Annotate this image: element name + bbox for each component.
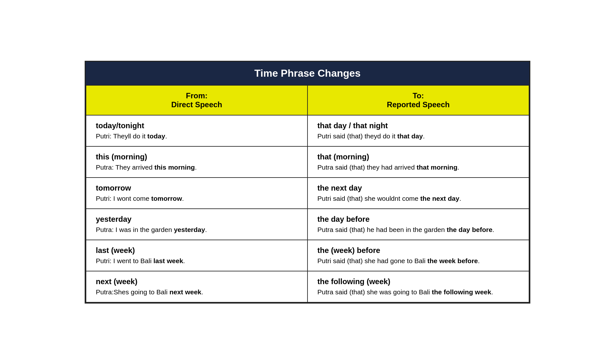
row-1-reported: that (morning) Putra said (that) they ha… xyxy=(308,146,529,178)
row-5-direct-heading: next (week) xyxy=(96,277,298,286)
row-0-reported-example: Putri said (that) theyd do it that day. xyxy=(317,132,425,140)
row-0-direct-heading: today/tonight xyxy=(96,121,298,130)
row-1-direct-heading: this (morning) xyxy=(96,152,298,161)
row-5-direct-example: Putra:Shes going to Bali next week. xyxy=(96,288,203,296)
row-4-direct-example: Putri: I went to Bali last week. xyxy=(96,257,185,264)
row-3-reported: the day before Putra said (that) he had … xyxy=(308,209,529,240)
col-header-reported: To: Reported Speech xyxy=(308,85,529,115)
row-4-reported: the (week) before Putri said (that) she … xyxy=(308,240,529,271)
row-1-reported-example: Putra said (that) they had arrived that … xyxy=(317,164,459,171)
row-1-reported-heading: that (morning) xyxy=(317,152,519,161)
row-3-reported-example: Putra said (that) he had been in the gar… xyxy=(317,226,494,233)
main-container: Time Phrase Changes From: Direct Speech … xyxy=(85,61,530,304)
row-4-direct-heading: last (week) xyxy=(96,246,298,255)
row-0-direct: today/tonight Putri: Theyll do it today. xyxy=(86,115,308,146)
row-0-direct-example: Putri: Theyll do it today. xyxy=(96,132,167,140)
row-3-reported-heading: the day before xyxy=(317,215,519,224)
row-5-direct: next (week) Putra:Shes going to Bali nex… xyxy=(86,271,308,302)
row-2-reported-example: Putri said (that) she wouldnt come the n… xyxy=(317,195,461,202)
row-0-reported: that day / that night Putri said (that) … xyxy=(308,115,529,146)
row-2-direct-heading: tomorrow xyxy=(96,184,298,192)
row-2-direct: tomorrow Putri: I wont come tomorrow. xyxy=(86,178,308,209)
row-4-direct: last (week) Putri: I went to Bali last w… xyxy=(86,240,308,271)
table-title: Time Phrase Changes xyxy=(86,62,529,85)
col-header-direct: From: Direct Speech xyxy=(86,85,308,115)
row-2-reported-heading: the next day xyxy=(317,184,519,192)
row-4-reported-heading: the (week) before xyxy=(317,246,519,255)
row-5-reported: the following (week) Putra said (that) s… xyxy=(308,271,529,302)
row-1-direct-example: Putra: They arrived this morning. xyxy=(96,164,197,171)
row-3-direct-example: Putra: I was in the garden yesterday. xyxy=(96,226,207,233)
row-2-direct-example: Putri: I wont come tomorrow. xyxy=(96,195,184,202)
row-3-direct: yesterday Putra: I was in the garden yes… xyxy=(86,209,308,240)
time-phrase-table: From: Direct Speech To: Reported Speech … xyxy=(86,85,529,303)
row-5-reported-heading: the following (week) xyxy=(317,277,519,286)
row-2-reported: the next day Putri said (that) she would… xyxy=(308,178,529,209)
row-3-direct-heading: yesterday xyxy=(96,215,298,224)
row-5-reported-example: Putra said (that) she was going to Bali … xyxy=(317,288,493,296)
row-1-direct: this (morning) Putra: They arrived this … xyxy=(86,146,308,178)
row-0-reported-heading: that day / that night xyxy=(317,121,519,130)
row-4-reported-example: Putri said (that) she had gone to Bali t… xyxy=(317,257,480,264)
